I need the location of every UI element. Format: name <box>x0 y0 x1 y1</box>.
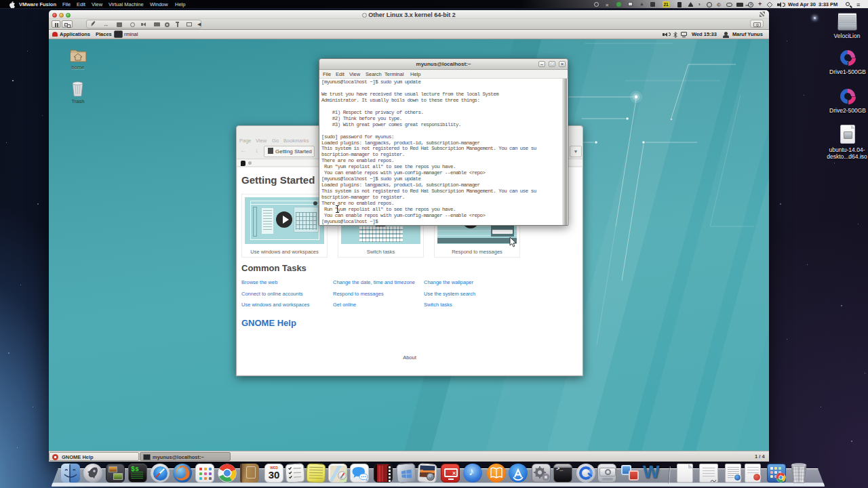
svg-text:Trash: Trash <box>72 98 85 104</box>
svg-text:home: home <box>72 64 85 70</box>
